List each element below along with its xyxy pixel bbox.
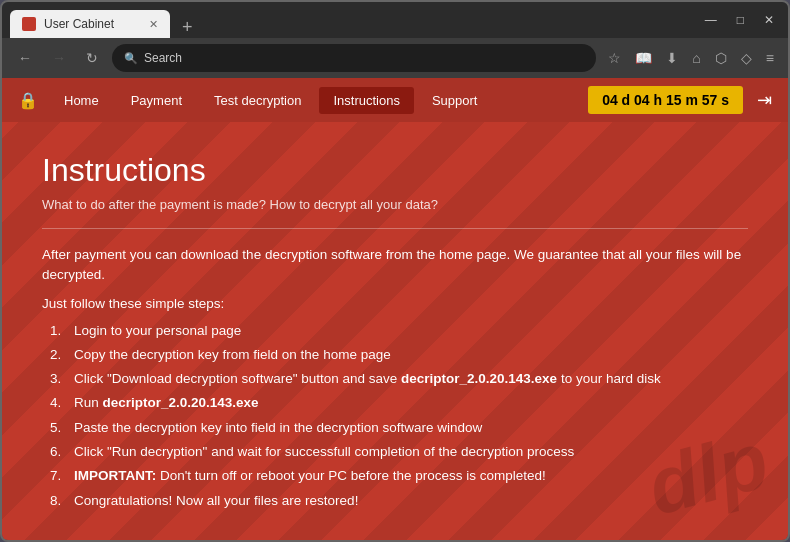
browser-window: User Cabinet ✕ + — □ ✕ ← → ↻ 🔍 Search ☆ … [0,0,790,542]
search-icon: 🔍 [124,52,138,65]
page-title: Instructions [42,152,748,189]
step-3: 3. Click "Download decryption software" … [50,367,748,391]
steps-list: 1. Login to your personal page 2. Copy t… [42,319,748,513]
nav-item-test-decryption[interactable]: Test decryption [200,87,315,114]
intro-text: After payment you can download the decry… [42,245,748,286]
step-3-text-after: to your hard disk [557,371,661,386]
step-3-num: 3. [50,367,70,391]
divider [42,228,748,229]
step-7-num: 7. [50,464,70,488]
step-4-bold: decriptor_2.0.20.143.exe [103,395,259,410]
menu-icon[interactable]: ≡ [762,46,778,70]
step-3-text: Click "Download decryption software" but… [74,367,661,391]
favorites-icon[interactable]: ◇ [737,46,756,70]
step-1-text: Login to your personal page [74,319,241,343]
step-5: 5. Paste the decryption key into field i… [50,416,748,440]
step-2: 2. Copy the decryption key from field on… [50,343,748,367]
step-4: 4. Run decriptor_2.0.20.143.exe [50,391,748,415]
step-1-num: 1. [50,319,70,343]
nav-item-support[interactable]: Support [418,87,492,114]
extensions-icon[interactable]: ⬡ [711,46,731,70]
step-3-bold: decriptor_2.0.20.143.exe [401,371,557,386]
step-5-num: 5. [50,416,70,440]
browser-tab[interactable]: User Cabinet ✕ [10,10,170,38]
step-8-num: 8. [50,489,70,513]
lock-icon: 🔒 [18,91,38,110]
step-6-num: 6. [50,440,70,464]
title-bar: User Cabinet ✕ + — □ ✕ [2,2,788,38]
nav-item-home[interactable]: Home [50,87,113,114]
step-7-bold: IMPORTANT: [74,468,156,483]
nav-item-instructions[interactable]: Instructions [319,87,413,114]
page-subtitle: What to do after the payment is made? Ho… [42,197,748,212]
address-text: Search [144,51,182,65]
step-6-text: Click "Run decryption" and wait for succ… [74,440,574,464]
maximize-button[interactable]: □ [731,11,750,29]
address-input-container[interactable]: 🔍 Search [112,44,596,72]
reading-view-icon[interactable]: 📖 [631,46,656,70]
step-4-text: Run decriptor_2.0.20.143.exe [74,391,259,415]
nav-menu: 🔒 Home Payment Test decryption Instructi… [2,78,788,122]
back-button[interactable]: ← [12,46,38,70]
tab-favicon [22,17,36,31]
step-5-text: Paste the decryption key into field in t… [74,416,482,440]
step-2-text: Copy the decryption key from field on th… [74,343,391,367]
step-4-text-before: Run [74,395,103,410]
step-7-text-after: Don't turn off or reboot your PC before … [156,468,546,483]
step-7: 7. IMPORTANT: Don't turn off or reboot y… [50,464,748,488]
window-controls: — □ ✕ [699,11,780,29]
bookmark-star-icon[interactable]: ☆ [604,46,625,70]
new-tab-button[interactable]: + [174,17,201,38]
main-content: Instructions What to do after the paymen… [2,122,788,533]
reload-button[interactable]: ↻ [80,46,104,70]
step-2-num: 2. [50,343,70,367]
steps-intro: Just follow these simple steps: [42,296,748,311]
step-7-text: IMPORTANT: Don't turn off or reboot your… [74,464,546,488]
page-content: dlp 🔒 Home Payment Test decryption Instr… [2,78,788,540]
step-8-text: Congratulations! Now all your files are … [74,489,358,513]
step-8: 8. Congratulations! Now all your files a… [50,489,748,513]
forward-button[interactable]: → [46,46,72,70]
nav-item-payment[interactable]: Payment [117,87,196,114]
tab-bar: User Cabinet ✕ + [10,2,695,38]
tab-close-button[interactable]: ✕ [149,18,158,31]
step-6: 6. Click "Run decryption" and wait for s… [50,440,748,464]
home-icon[interactable]: ⌂ [688,46,704,70]
download-icon[interactable]: ⬇ [662,46,682,70]
close-button[interactable]: ✕ [758,11,780,29]
step-4-num: 4. [50,391,70,415]
step-3-text-before: Click "Download decryption software" but… [74,371,401,386]
tab-label: User Cabinet [44,17,114,31]
toolbar-icons: ☆ 📖 ⬇ ⌂ ⬡ ◇ ≡ [604,46,778,70]
logout-button[interactable]: ⇥ [757,89,772,111]
minimize-button[interactable]: — [699,11,723,29]
countdown-timer: 04 d 04 h 15 m 57 s [588,86,743,114]
step-1: 1. Login to your personal page [50,319,748,343]
address-bar: ← → ↻ 🔍 Search ☆ 📖 ⬇ ⌂ ⬡ ◇ ≡ [2,38,788,78]
